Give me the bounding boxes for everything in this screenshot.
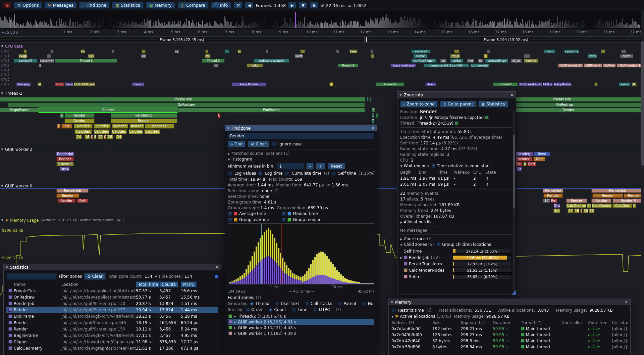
timeline-zone[interactable]: Rencer <box>566 198 587 203</box>
statistics-row[interactable]: EndFramejni/../jni/src/claw/gfx/drv/vk/D… <box>6 313 218 319</box>
child-zone-row[interactable]: ▶RecalcTransform72.92 μs (1.62%) <box>400 261 512 267</box>
timeline-zone[interactable]: mi <box>478 59 484 63</box>
timeline-zone[interactable]: sens <box>588 54 597 58</box>
timeline-zone[interactable] <box>376 113 378 118</box>
go-to-parent-button[interactable]: ↥Go to parent <box>440 101 476 107</box>
timeline-zone[interactable]: 24 <box>568 209 574 213</box>
timeline-zone[interactable]: syste <box>620 54 633 58</box>
timeline-zone[interactable] <box>23 49 27 53</box>
timeline-zone[interactable]: Rend <box>534 152 550 156</box>
wait-regions-label[interactable]: Wait regions <box>404 164 429 168</box>
statistics-row[interactable]: RenderJobjni/../jni/src/guif/Screen.cpp:… <box>6 300 218 307</box>
timeline-zone[interactable]: kworke <box>524 59 538 63</box>
child-zone-row[interactable]: ▶CalcRenderNodes51.51 μs (1.15%) <box>400 267 512 273</box>
timeline-zone[interactable]: Render <box>56 157 74 161</box>
timeline-zone[interactable] <box>336 49 339 53</box>
timeline-zone[interactable]: ot_co <box>511 59 522 63</box>
wait-region-row[interactable]: 2.01 ms2.07 ms59 μs-2R <box>400 181 512 187</box>
expander-icon[interactable]: ▶ <box>400 256 402 259</box>
timeline-zone[interactable]: C <box>91 135 93 139</box>
radio-group-by[interactable]: Thread <box>250 301 269 306</box>
timeline-zone[interactable]: RenderJol <box>543 188 564 193</box>
timeline-zone[interactable]: Render F <box>145 124 174 129</box>
expander-icon[interactable]: ▼ <box>228 158 230 161</box>
timeline-zone[interactable]: Tracy-sy <box>16 82 31 86</box>
toolbar-button-memory[interactable]: ▦Memory <box>146 2 175 9</box>
timeline-zone[interactable]: surfac <box>450 59 464 63</box>
increment-button[interactable]: + <box>316 163 325 170</box>
column-zone-alloc[interactable]: Zone alloc <box>562 320 588 325</box>
allocation-address[interactable]: 0x7dfc53d898 <box>391 345 432 349</box>
timeline-zone[interactable]: OnRedraw <box>7 102 365 107</box>
group-by-radio[interactable] <box>305 302 309 306</box>
zone-name[interactable]: EndFrame <box>14 314 61 319</box>
legend-checkbox[interactable] <box>228 212 232 216</box>
timeline-zone[interactable] <box>266 49 268 53</box>
legend-checkbox[interactable] <box>228 218 232 222</box>
found-zone-group[interactable]: ▶GUIF worker 0(3,231) 4.48 s <box>228 325 374 330</box>
statistics-row[interactable]: BeginFramejni/../jni/src/claw/gfx/drv/vk… <box>6 332 218 339</box>
close-icon[interactable]: ✕ <box>215 265 219 270</box>
wait-region-row[interactable]: 1.91 ms1.97 ms61 μs-2R <box>400 175 512 181</box>
timeline-zone[interactable]: Re5 <box>76 198 89 203</box>
allocations-list-label[interactable]: Allocations list <box>404 220 433 224</box>
timeline-zone[interactable] <box>225 49 229 53</box>
timeline-zone[interactable]: composer@ <box>470 63 489 68</box>
radio-sort-by[interactable]: Count <box>268 307 286 312</box>
timeline-zone[interactable] <box>47 54 51 58</box>
timeline-zone[interactable]: T <box>372 113 374 118</box>
collapse-icon[interactable]: ▼ <box>1 148 3 151</box>
zone-name[interactable]: Clipper <box>14 340 61 344</box>
radio-sort-by[interactable]: Time <box>292 307 307 312</box>
radio-group-by[interactable]: User text <box>275 301 299 306</box>
timeline-zone[interactable]: Render <box>64 113 95 118</box>
timeline-zone[interactable]: Render R <box>612 198 644 203</box>
allocation-address[interactable]: 0x7e049b3d00 <box>391 332 432 337</box>
collapse-icon[interactable]: ▼ <box>1 184 3 188</box>
timeline-zone[interactable]: GUIF worker 0 <box>558 63 583 68</box>
sort-by-radio[interactable] <box>292 308 296 312</box>
zone-info-scrollbar-thumb[interactable] <box>513 135 515 209</box>
legend-checkbox[interactable] <box>281 212 286 216</box>
zone-info-titlebar[interactable]: ▼ Zone info ✕ <box>397 92 516 98</box>
column-address[interactable]: Address <box>391 320 408 325</box>
memory-titlebar[interactable]: ▼ Memory ✕ <box>389 299 630 305</box>
sort-by-radio[interactable] <box>313 308 317 312</box>
prev-frame-button[interactable]: ◀ <box>245 2 253 9</box>
timeline-zone[interactable]: Tracy I <box>131 82 144 86</box>
timeline-zone[interactable]: CalcGeo <box>111 129 127 134</box>
group-by-radio[interactable] <box>362 302 367 306</box>
timeline-zone[interactable]: Render <box>56 193 79 198</box>
timeline-zone[interactable]: ka <box>80 49 85 53</box>
zoom-to-zone-button[interactable]: ⌕Zoom to zone <box>400 101 438 107</box>
timeline-zone[interactable]: surfacefli <box>13 59 38 63</box>
find-zone-search-input[interactable] <box>228 133 374 139</box>
timeline-zone[interactable] <box>300 49 305 53</box>
timeline-zone[interactable]: Render <box>111 119 177 123</box>
allocation-row[interactable]: 0x7dfc42d64032 bytes298.3 ms59.95 s Main… <box>391 338 628 344</box>
histogram-plot[interactable] <box>228 223 374 284</box>
timeline-zone[interactable]: Draw <box>60 167 70 171</box>
radio-sort-by[interactable]: MTPC <box>313 307 330 312</box>
found-zone-group[interactable]: ▶GUIF worker 2(3,296) 4.61 s <box>228 319 374 325</box>
statistics-row[interactable]: CalcGeometryjni/../jni/src/claw/graphics… <box>6 345 218 351</box>
frame-span[interactable]: Frame 3,194 (13.92 ms) <box>368 37 644 43</box>
statistics-titlebar[interactable]: ▼ Statistics ✕ <box>4 264 221 270</box>
timeline-zone[interactable]: Render <box>591 198 611 203</box>
statistics-row[interactable]: Renderjni/../jni/src/guif/Screen.cpp:150… <box>6 326 218 332</box>
column-size[interactable]: Size <box>432 320 461 325</box>
child-zone-row[interactable]: ▶RenderJob(×2)4.16 ms (92.60%) <box>400 254 512 261</box>
radio-group-by[interactable]: No grouping <box>362 301 374 306</box>
column-call-stack[interactable]: Call stack <box>612 320 628 325</box>
sort-by-radio[interactable] <box>268 308 273 312</box>
timeline-zone[interactable]: EndFrame <box>177 108 365 113</box>
timeline-zone[interactable]: Render <box>57 198 75 203</box>
timeline-zone[interactable]: 8 Rend 9 <box>56 162 74 166</box>
timeline-zone[interactable]: Thread-2 <box>493 82 518 86</box>
options-chip[interactable] <box>215 275 218 278</box>
zone-name[interactable]: Render <box>14 327 61 331</box>
timeline-zone[interactable]: R <box>60 113 64 118</box>
legend-item[interactable]: Average time <box>228 211 281 216</box>
timeline-zone[interactable]: CalcGeo <box>129 129 143 134</box>
column-duration[interactable]: Duration <box>493 320 521 325</box>
